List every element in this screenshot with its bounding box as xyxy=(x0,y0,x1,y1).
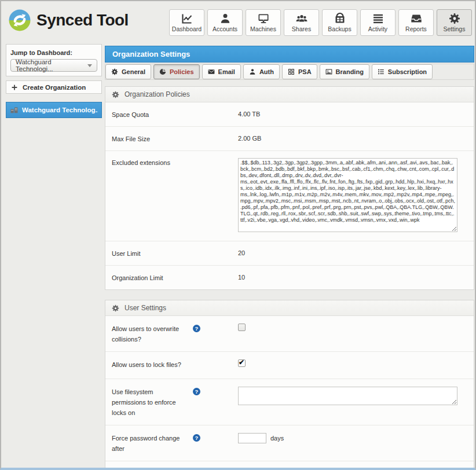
help-icon[interactable]: ? xyxy=(193,434,200,442)
days-suffix: days xyxy=(270,435,284,442)
nav-settings[interactable]: Settings xyxy=(437,9,472,36)
excluded-extensions-row: Excluded extensions .$$,.$db,.113,.3g2,.… xyxy=(105,150,474,241)
organization-policies-panel: Organization Policies Space Quota 4.00 T… xyxy=(105,86,474,290)
max-file-size-label: Max File Size xyxy=(112,134,238,144)
two-step-row: Require two-step authentication?? xyxy=(105,461,474,470)
nav-label: Backups xyxy=(328,25,351,32)
tab-label: Subscription xyxy=(388,68,427,75)
gear-icon xyxy=(449,13,460,24)
max-file-size-value: 2.00 GB xyxy=(238,134,467,144)
password-change-days-input[interactable] xyxy=(238,433,266,443)
max-file-size-row: Max File Size 2.00 GB xyxy=(105,126,474,150)
overwrite-collisions-checkbox[interactable] xyxy=(238,324,246,331)
jump-to-dashboard-select[interactable]: Watchguard Technologi... xyxy=(10,59,97,72)
app-window: Synced Tool Dashboard Accounts Machines … xyxy=(0,0,476,470)
jump-to-dashboard-box: Jump to Dashboard: Watchguard Technologi… xyxy=(6,44,102,76)
settings-tabs: General Policies Email Auth PSA Branding xyxy=(105,64,474,80)
group-icon xyxy=(296,13,307,24)
tab-label: General xyxy=(122,68,145,75)
password-change-label: Force password change after xyxy=(112,433,188,454)
excluded-extensions-label: Excluded extensions xyxy=(112,158,238,234)
organization-policies-header: Organization Policies xyxy=(105,87,474,102)
app-logo: Synced Tool xyxy=(8,9,129,32)
user-settings-panel: User Settings Allow users to overwrite c… xyxy=(105,300,474,470)
monitor-icon xyxy=(258,13,269,24)
help-icon[interactable]: ? xyxy=(193,388,200,395)
nav-label: Machines xyxy=(250,25,276,32)
filesystem-permissions-label: Use filesystem permissions to enforce lo… xyxy=(112,387,188,418)
person-icon xyxy=(249,68,256,75)
nav-label: Accounts xyxy=(213,25,237,32)
nav-dashboard[interactable]: Dashboard xyxy=(169,9,204,36)
nav-label: Reports xyxy=(405,25,427,32)
chevron-down-icon xyxy=(87,64,92,67)
list-icon xyxy=(378,68,385,75)
sidebar-item-organization[interactable]: Watchguard Technolog... xyxy=(6,102,102,118)
organization-limit-value: 10 xyxy=(238,273,467,282)
space-quota-label: Space Quota xyxy=(112,110,238,119)
help-icon[interactable]: ? xyxy=(193,325,200,332)
person-icon xyxy=(219,13,231,24)
password-change-row: Force password change after? days xyxy=(105,425,474,461)
nav-machines[interactable]: Machines xyxy=(246,9,281,36)
app-title: Synced Tool xyxy=(36,11,129,30)
pie-chart-icon xyxy=(159,68,166,75)
jump-to-dashboard-label: Jump to Dashboard: xyxy=(10,49,97,56)
jump-to-dashboard-value: Watchguard Technologi... xyxy=(16,58,87,72)
space-quota-value: 4.00 TB xyxy=(238,110,467,119)
section-title: Organization Policies xyxy=(125,90,190,98)
create-organization-label: Create Organization xyxy=(23,84,86,91)
nav-label: Shares xyxy=(292,25,311,32)
create-organization-button[interactable]: Create Organization xyxy=(6,80,102,94)
inbox-icon xyxy=(411,13,422,24)
tab-psa[interactable]: PSA xyxy=(282,64,317,79)
tab-auth[interactable]: Auth xyxy=(243,64,280,79)
user-limit-label: User Limit xyxy=(112,249,238,258)
nav-backups[interactable]: Backups xyxy=(322,9,357,36)
tab-email[interactable]: Email xyxy=(202,64,241,79)
user-limit-value: 20 xyxy=(238,249,467,258)
sync-logo-icon xyxy=(8,9,31,32)
nav-label: Activity xyxy=(368,25,387,32)
organization-icon xyxy=(10,107,19,113)
excluded-extensions-textarea[interactable]: .$$,.$db,.113,.3g2,.3gp,.3gp2,.3gpp,.3mm… xyxy=(238,158,457,232)
dashboard-icon xyxy=(181,13,193,24)
space-quota-row: Space Quota 4.00 TB xyxy=(105,102,474,126)
filesystem-permissions-row: Use filesystem permissions to enforce lo… xyxy=(105,379,474,425)
overwrite-collisions-label: Allow users to overwrite collisions? xyxy=(112,324,188,344)
nav-activity[interactable]: Activity xyxy=(360,9,396,36)
tab-general[interactable]: General xyxy=(105,64,151,79)
archive-icon xyxy=(334,13,346,24)
filesystem-permissions-textarea[interactable] xyxy=(238,387,457,405)
lock-files-row: Allow users to lock files? xyxy=(105,351,474,379)
lock-files-label: Allow users to lock files? xyxy=(112,359,204,370)
lines-icon xyxy=(372,13,384,24)
gear-icon xyxy=(111,68,118,75)
user-settings-header: User Settings xyxy=(105,300,474,316)
tab-branding[interactable]: Branding xyxy=(320,64,369,79)
tab-label: Email xyxy=(218,68,235,75)
organization-limit-label: Organization Limit xyxy=(112,273,238,282)
main-content: Organization Settings General Policies E… xyxy=(105,46,474,470)
organization-name: Watchguard Technolog... xyxy=(22,107,98,113)
gear-icon xyxy=(112,304,119,312)
nav-reports[interactable]: Reports xyxy=(398,9,434,36)
tab-label: Policies xyxy=(170,68,194,75)
gear-icon xyxy=(112,91,119,98)
tab-policies[interactable]: Policies xyxy=(153,64,200,79)
page-title-bar: Organization Settings xyxy=(105,46,474,63)
top-navigation: Dashboard Accounts Machines Shares Backu… xyxy=(169,9,472,36)
nav-shares[interactable]: Shares xyxy=(284,9,319,36)
nav-label: Settings xyxy=(444,25,466,32)
tab-subscription[interactable]: Subscription xyxy=(372,64,433,79)
tab-label: Branding xyxy=(336,68,364,75)
user-limit-row: User Limit 20 xyxy=(105,241,474,265)
image-icon xyxy=(325,68,332,75)
grid-icon xyxy=(288,68,295,75)
lock-files-checkbox[interactable] xyxy=(238,359,246,367)
section-title: User Settings xyxy=(125,304,166,312)
overwrite-collisions-row: Allow users to overwrite collisions?? xyxy=(105,316,474,351)
nav-label: Dashboard xyxy=(172,25,202,32)
sidebar: Jump to Dashboard: Watchguard Technologi… xyxy=(6,44,102,118)
nav-accounts[interactable]: Accounts xyxy=(207,9,243,36)
